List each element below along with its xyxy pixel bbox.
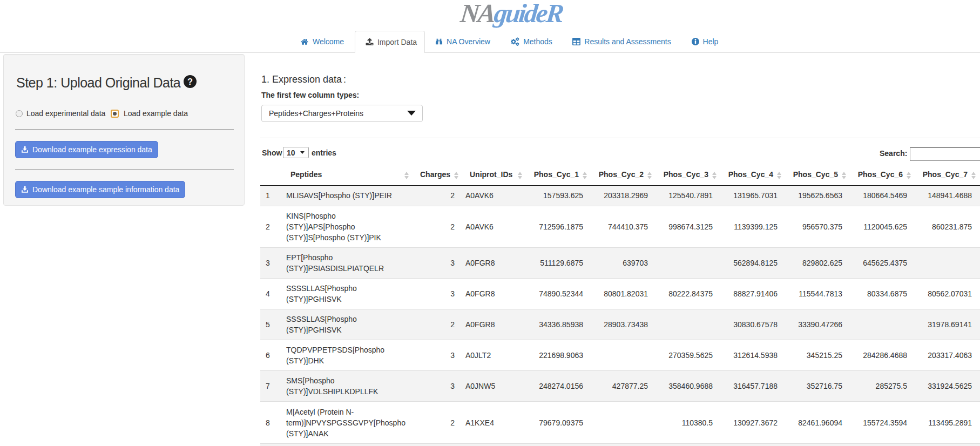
svg-text:?: ? (187, 77, 193, 86)
